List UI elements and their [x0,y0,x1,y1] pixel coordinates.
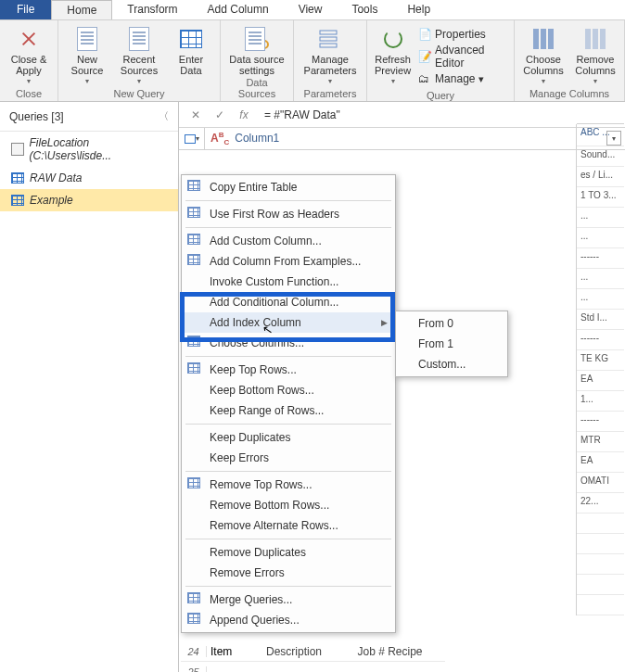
menu-item-icon [187,336,202,350]
new-source-button[interactable]: New Source▾ [64,24,110,87]
menu-item-label: Add Conditional Column... [210,296,338,309]
refresh-preview-button[interactable]: Refresh Preview▾ [373,24,413,89]
cell[interactable]: ------ [577,330,624,350]
formula-accept-icon[interactable]: ✓ [210,108,229,121]
cell[interactable]: OMATI [577,473,624,493]
group-parameters: Manage Parameters▾ Parameters [294,20,367,101]
cell[interactable]: 1... [577,391,624,412]
tab-transform[interactable]: Transform [112,0,192,19]
menu-item-label: Remove Top Rows... [210,478,312,491]
cell[interactable]: EA [577,371,624,391]
formula-value[interactable]: = #"RAW Data" [259,108,618,121]
menu-item[interactable]: Keep Duplicates [182,427,395,448]
cell[interactable] [577,554,624,575]
cell[interactable]: ------ [577,248,624,269]
menu-item-label: Append Queries... [210,614,300,627]
recent-sources-button[interactable]: Recent Sources▾ [116,24,162,87]
parameter-icon [11,143,24,156]
queries-title: Queries [3] [9,110,64,123]
group-label-parameters: Parameters [300,87,361,99]
svg-rect-1 [320,37,337,41]
cell[interactable]: Sound... [577,146,624,167]
manage-parameters-button[interactable]: Manage Parameters▾ [300,24,361,87]
menu-item-label: Keep Top Rows... [210,363,297,376]
cell[interactable]: MTR [577,432,624,452]
cell[interactable]: 22... [577,493,624,514]
cell[interactable]: ... [577,228,624,248]
menu-item[interactable]: Keep Errors [182,448,395,468]
formula-bar: ✕ ✓ fx = #"RAW Data" [179,102,625,128]
table-corner-button[interactable]: ▾ [179,128,205,149]
menu-item[interactable]: Keep Bottom Rows... [182,380,395,400]
type-icon: ABC [210,131,229,146]
choose-columns-button[interactable]: Choose Columns▾ [520,24,567,87]
cell[interactable] [577,575,624,595]
cell[interactable] [577,595,624,615]
menu-item[interactable]: Remove Errors [182,563,395,583]
tab-home[interactable]: Home [51,0,112,19]
menu-item[interactable]: Use First Row as Headers [182,204,395,224]
cell[interactable]: es / Li... [577,167,624,187]
menu-item[interactable]: Choose Columns... [182,333,395,353]
formula-cancel-icon[interactable]: ✕ [186,108,205,121]
cell[interactable] [577,514,624,534]
group-label-close: Close [6,87,52,99]
menu-item-icon [187,592,202,607]
row-number: 24 [181,646,207,657]
enter-data-button[interactable]: Enter Data [168,24,214,87]
query-item[interactable]: RAW Data [0,167,178,189]
cell[interactable] [577,534,624,554]
bottom-rows: 24ItemDescriptionJob # Recipe 25 [181,641,445,672]
tab-view[interactable]: View [284,0,338,19]
menu-item[interactable]: Append Queries... [182,610,395,630]
submenu-item[interactable]: From 0 [396,313,507,334]
query-item[interactable]: FileLocation (C:\Users\lisde... [0,132,178,167]
submenu-item[interactable]: From 1 [396,334,507,354]
menu-item[interactable]: Remove Top Rows... [182,475,395,495]
menu-item[interactable]: Add Column From Examples... [182,251,395,272]
advanced-editor-button[interactable]: 📝Advanced Editor [416,43,504,70]
queries-header[interactable]: Queries [3] 〈 [0,102,178,132]
column-name: Column1 [235,132,279,145]
menu-item[interactable]: Merge Queries... [182,590,395,610]
menu-item[interactable]: Remove Bottom Rows... [182,495,395,515]
data-source-settings-button[interactable]: Data source settings [226,24,287,76]
tab-tools[interactable]: Tools [337,0,392,19]
menu-item[interactable]: Add Conditional Column... [182,292,395,312]
menu-item[interactable]: Add Index Column▶ [182,312,395,333]
chevron-left-icon[interactable]: 〈 [159,109,169,123]
menu-item[interactable]: Add Custom Column... [182,231,395,251]
menu-item-icon [187,477,202,492]
query-label: RAW Data [30,171,82,184]
menu-item[interactable]: Remove Alternate Rows... [182,515,395,536]
menu-item[interactable]: Remove Duplicates [182,542,395,563]
menu-item[interactable]: Invoke Custom Function... [182,272,395,292]
cell[interactable]: ------ [577,412,624,432]
column-header-column1[interactable]: ABC Column1 ▾ [205,131,625,146]
svg-rect-2 [320,44,337,47]
cell[interactable]: TE KG [577,350,624,371]
menu-separator [185,356,391,357]
refresh-icon [384,30,402,48]
cell[interactable]: 1 TO 3... [577,187,624,208]
tab-add-column[interactable]: Add Column [193,0,284,19]
properties-button[interactable]: 📄Properties [416,27,504,42]
submenu-item[interactable]: Custom... [396,354,507,374]
column-header-partial[interactable]: ABC ... [577,124,624,146]
cell[interactable]: ... [577,269,624,289]
manage-button[interactable]: 🗂Manage ▾ [416,71,504,86]
query-item[interactable]: Example [0,189,178,211]
cell[interactable]: ... [577,289,624,310]
cell[interactable]: EA [577,452,624,473]
remove-columns-button[interactable]: Remove Columns▾ [572,24,619,87]
menu-item-label: Keep Errors [210,451,269,464]
fx-button[interactable]: fx [235,108,253,121]
cell[interactable]: ... [577,208,624,228]
menu-item[interactable]: Copy Entire Table [182,177,395,197]
menu-item[interactable]: Keep Top Rows... [182,360,395,380]
cell[interactable]: Std I... [577,310,624,330]
tab-help[interactable]: Help [392,0,445,19]
file-tab[interactable]: File [0,0,51,19]
close-apply-button[interactable]: Close & Apply▾ [6,24,52,87]
menu-item[interactable]: Keep Range of Rows... [182,400,395,421]
